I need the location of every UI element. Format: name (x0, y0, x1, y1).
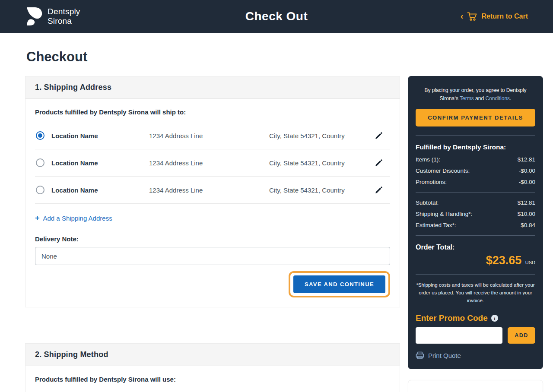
summary-label: Promotions: (416, 179, 447, 185)
shipping-method-section: 2. Shipping Method Products fulfilled by… (25, 343, 400, 392)
add-shipping-address-link[interactable]: + Add a Shipping Address (35, 214, 112, 222)
dentsply-sirona-logo[interactable]: Dentsply Sirona (25, 6, 80, 26)
order-total-currency: USD (525, 260, 535, 265)
summary-label: Customer Discounts: (416, 168, 470, 174)
summary-value: $10.00 (518, 211, 535, 217)
logo-wordmark: Dentsply Sirona (48, 7, 80, 26)
order-total-value: $23.65 (486, 254, 522, 267)
summary-value: -$0.00 (519, 168, 535, 174)
address-radio[interactable] (36, 186, 44, 194)
shipping-address-section-title: 1. Shipping Address (35, 83, 390, 92)
order-total-line: $23.65 USD (416, 254, 535, 267)
address-row: Location Name 1234 Address Line City, St… (35, 122, 390, 149)
ship-to-intro: Products fulfilled by Dentsply Sirona wi… (35, 108, 390, 122)
address-row: Location Name 1234 Address Line City, St… (35, 177, 390, 204)
promo-code-input[interactable] (416, 327, 502, 344)
add-shipping-address-label: Add a Shipping Address (43, 215, 112, 222)
order-summary-column: By placing your order, you agree to Dent… (408, 76, 543, 392)
terms-link[interactable]: Terms (460, 95, 474, 101)
address-location-name: Location Name (51, 159, 149, 167)
summary-line: Customer Discounts: -$0.00 (416, 168, 535, 174)
chevron-left-icon: ‹ (461, 12, 464, 20)
plus-icon: + (35, 214, 40, 222)
address-radio[interactable] (36, 158, 44, 167)
delivery-note-label: Delivery Note: (35, 235, 390, 243)
address-location-name: Location Name (51, 132, 149, 139)
summary-label: Estimated Tax*: (416, 222, 456, 228)
ship-method-intro: Products fulfilled by Dentsply Sirona wi… (35, 376, 390, 383)
agreement-and: and (474, 95, 486, 101)
shipping-tax-disclaimer: *Shipping costs and taxes will be calcul… (416, 281, 535, 304)
summary-line: Promotions: -$0.00 (416, 179, 535, 185)
summary-line: Shipping & Handling*: $10.00 (416, 211, 535, 217)
address-line1: 1234 Address Line (149, 132, 269, 139)
summary-label: Items (1): (416, 156, 440, 163)
order-summary-card: By placing your order, you agree to Dent… (408, 76, 543, 369)
shipping-method-section-title: 2. Shipping Method (35, 350, 390, 359)
print-quote-label: Print Quote (428, 352, 461, 359)
address-row: Location Name 1234 Address Line City, St… (35, 149, 390, 177)
edit-address-button[interactable] (375, 131, 389, 140)
promo-code-heading: Enter Promo Code i (416, 313, 535, 323)
divider (416, 274, 535, 275)
edit-address-button[interactable] (375, 158, 389, 167)
shipping-address-section: 1. Shipping Address Products fulfilled b… (25, 76, 400, 307)
terms-agreement-text: By placing your order, you agree to Dent… (416, 85, 535, 102)
shipping-address-section-header: 1. Shipping Address (25, 76, 400, 99)
cart-icon (467, 12, 477, 21)
edit-address-button[interactable] (375, 186, 389, 194)
address-line1: 1234 Address Line (149, 187, 269, 194)
address-line1: 1234 Address Line (149, 159, 269, 167)
summary-label: Shipping & Handling*: (416, 211, 472, 217)
confirm-payment-details-button[interactable]: CONFIRM PAYMENT DETAILS (416, 109, 535, 126)
printer-icon (416, 351, 424, 360)
return-to-cart-link[interactable]: ‹ Return to Cart (461, 12, 528, 21)
add-promo-button[interactable]: ADD (508, 327, 535, 344)
save-button-highlight-ring: SAVE AND CONTINUE (289, 271, 390, 297)
delivery-note-input[interactable] (35, 247, 390, 265)
summary-line: Estimated Tax*: $0.84 (416, 222, 535, 228)
promo-code-heading-label: Enter Promo Code (416, 313, 488, 323)
divider (416, 135, 535, 136)
summary-value: $12.81 (518, 199, 535, 206)
fulfilled-heading: Fulfilled by Dentsply Sirona: (416, 143, 535, 151)
conditions-link[interactable]: Conditions (485, 95, 510, 101)
order-total-label: Order Total: (416, 243, 535, 251)
checkout-steps-column: 1. Shipping Address Products fulfilled b… (25, 76, 400, 392)
checkout-page: Checkout 1. Shipping Address Products fu… (0, 49, 553, 392)
divider (416, 235, 535, 236)
address-line2: City, State 54321, Country (269, 187, 375, 194)
app-header: Dentsply Sirona Check Out ‹ Return to Ca… (0, 0, 553, 33)
summary-line: Items (1): $12.81 (416, 156, 535, 163)
summary-value: $12.81 (518, 156, 535, 163)
page-title: Checkout (26, 49, 528, 65)
agreement-suffix: . (510, 95, 511, 101)
address-location-name: Location Name (51, 187, 149, 194)
summary-line: Subtotal: $12.81 (416, 199, 535, 206)
address-line2: City, State 54321, Country (269, 159, 375, 167)
shipping-method-section-header: 2. Shipping Method (25, 344, 400, 366)
return-to-cart-label: Return to Cart (481, 13, 528, 20)
summary-label: Subtotal: (416, 199, 439, 206)
print-quote-link[interactable]: Print Quote (416, 351, 535, 360)
address-radio[interactable] (36, 131, 44, 140)
info-icon[interactable]: i (491, 315, 498, 322)
save-and-continue-button[interactable]: SAVE AND CONTINUE (293, 275, 385, 293)
divider (416, 192, 535, 193)
ds-points-card: DS POINTS Earn +1010 points (408, 380, 543, 392)
summary-value: $0.84 (521, 222, 535, 228)
address-line2: City, State 54321, Country (269, 132, 375, 139)
dentsply-sirona-logo-icon (25, 6, 43, 26)
summary-value: -$0.00 (519, 179, 535, 185)
